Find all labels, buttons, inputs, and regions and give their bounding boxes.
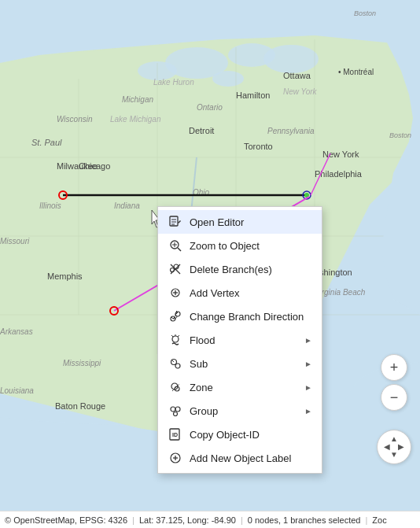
svg-point-86 — [174, 412, 178, 416]
menu-item-sub[interactable]: Sub ► — [158, 352, 322, 375]
svg-text:Boston: Boston — [354, 9, 376, 17]
svg-text:Ottawa: Ottawa — [283, 71, 311, 80]
add-vertex-icon — [168, 285, 183, 301]
menu-label-add-label: Add New Object Label — [190, 452, 312, 464]
sub-icon — [168, 356, 183, 371]
menu-label-delete-branches: Delete Branch(es) — [190, 264, 312, 275]
flood-submenu-arrow: ► — [304, 336, 312, 345]
nav-up-arrow[interactable]: ▲ — [390, 435, 398, 443]
svg-point-4 — [263, 45, 319, 73]
svg-text:• Montréal: • Montréal — [338, 68, 374, 76]
svg-text:Toronto: Toronto — [244, 142, 273, 151]
svg-text:Detroit: Detroit — [189, 126, 214, 135]
map-container: St. Paul Wisconsin Michigan Milwaukee La… — [0, 0, 420, 528]
svg-text:Lake Huron: Lake Huron — [153, 78, 194, 87]
svg-line-62 — [178, 248, 181, 251]
nav-down-arrow[interactable]: ▼ — [390, 451, 398, 459]
direction-icon — [168, 308, 183, 324]
svg-point-85 — [175, 407, 180, 412]
menu-item-copy-object-id[interactable]: ID Copy Object-ID — [158, 423, 322, 446]
svg-text:Boston: Boston — [389, 131, 411, 139]
svg-text:Memphis: Memphis — [47, 271, 83, 281]
svg-point-74 — [172, 336, 179, 342]
group-icon — [168, 403, 183, 419]
svg-text:Hamilton: Hamilton — [236, 90, 270, 100]
svg-text:Wisconsin: Wisconsin — [57, 115, 93, 124]
nav-right-arrow[interactable]: ▶ — [398, 443, 404, 451]
nav-circle: ▲ ◀ ▶ ▼ — [377, 430, 411, 464]
svg-line-76 — [178, 335, 179, 337]
menu-item-open-editor[interactable]: Open Editor — [158, 210, 322, 234]
selection-text: 0 nodes, 1 branches selected — [248, 515, 361, 525]
menu-label-flood: Flood — [190, 334, 298, 346]
zone-icon — [168, 379, 183, 395]
status-bar: © OpenStreetMap, EPSG: 4326 | Lat: 37.12… — [0, 511, 420, 528]
menu-label-group: Group — [190, 405, 298, 417]
svg-text:Chicago: Chicago — [79, 161, 110, 171]
menu-label-open-editor: Open Editor — [190, 216, 312, 228]
svg-text:St. Paul: St. Paul — [31, 138, 62, 147]
menu-label-copy-object-id: Copy Object-ID — [190, 429, 312, 441]
svg-line-77 — [171, 335, 173, 337]
svg-text:Baton Rouge: Baton Rouge — [55, 401, 105, 411]
menu-item-add-vertex[interactable]: Add Vertex — [158, 281, 322, 305]
menu-item-change-branch-direction[interactable]: Change Branch Direction — [158, 305, 322, 328]
svg-text:Missouri: Missouri — [0, 237, 30, 246]
svg-text:Indiana: Indiana — [114, 201, 140, 210]
zoom-in-button[interactable]: + — [381, 354, 407, 381]
svg-text:Illinois: Illinois — [39, 201, 61, 210]
svg-text:ID: ID — [172, 432, 178, 438]
sub-submenu-arrow: ► — [304, 360, 312, 368]
edit-icon — [168, 214, 183, 230]
nav-arrows: ▲ ◀ ▶ ▼ — [384, 435, 404, 459]
menu-label-zoom-to-object: Zoom to Object — [190, 240, 312, 252]
copy-id-icon: ID — [168, 426, 183, 442]
svg-point-79 — [175, 364, 180, 368]
menu-item-zoom-to-object[interactable]: Zoom to Object — [158, 234, 322, 257]
svg-text:Michigan: Michigan — [122, 95, 153, 104]
menu-item-delete-branches[interactable]: Delete Branch(es) — [158, 257, 322, 281]
context-menu: Open Editor Zoom to Object — [157, 206, 322, 474]
attribution-text: © OpenStreetMap, EPSG: 4326 — [5, 515, 127, 525]
svg-point-84 — [171, 407, 175, 412]
flood-icon — [168, 332, 183, 348]
svg-text:New York: New York — [283, 87, 318, 96]
svg-text:Pennsylvania: Pennsylvania — [267, 127, 315, 135]
menu-label-zone: Zone — [190, 382, 298, 393]
svg-line-83 — [172, 384, 179, 391]
menu-item-group[interactable]: Group ► — [158, 399, 322, 423]
menu-label-sub: Sub — [190, 358, 298, 370]
menu-label-add-vertex: Add Vertex — [190, 287, 312, 299]
menu-item-add-label[interactable]: Add New Object Label — [158, 446, 322, 470]
zone-submenu-arrow: ► — [304, 383, 312, 392]
nav-control: ▲ ◀ ▶ ▼ — [377, 430, 411, 464]
svg-text:Louisiana: Louisiana — [0, 386, 34, 395]
menu-label-change-branch-direction: Change Branch Direction — [190, 311, 312, 323]
zoom-text: Zoc — [372, 515, 386, 525]
zoom-out-button[interactable]: − — [381, 384, 407, 411]
zoom-icon — [168, 238, 183, 253]
svg-text:Lake Michigan: Lake Michigan — [110, 115, 161, 124]
coords-text: Lat: 37.125, Long: -84.90 — [139, 515, 236, 525]
zoom-controls: + − — [381, 354, 407, 411]
add-label-icon — [168, 450, 183, 466]
menu-item-zone[interactable]: Zone ► — [158, 375, 322, 399]
delete-icon — [168, 261, 183, 277]
menu-item-flood[interactable]: Flood ► — [158, 328, 322, 352]
svg-point-5 — [212, 71, 244, 87]
nav-left-arrow[interactable]: ◀ — [384, 443, 390, 451]
svg-text:Ontario: Ontario — [197, 103, 223, 112]
group-submenu-arrow: ► — [304, 407, 312, 415]
svg-text:Mississippi: Mississippi — [63, 359, 101, 367]
svg-text:Arkansas: Arkansas — [0, 327, 33, 336]
